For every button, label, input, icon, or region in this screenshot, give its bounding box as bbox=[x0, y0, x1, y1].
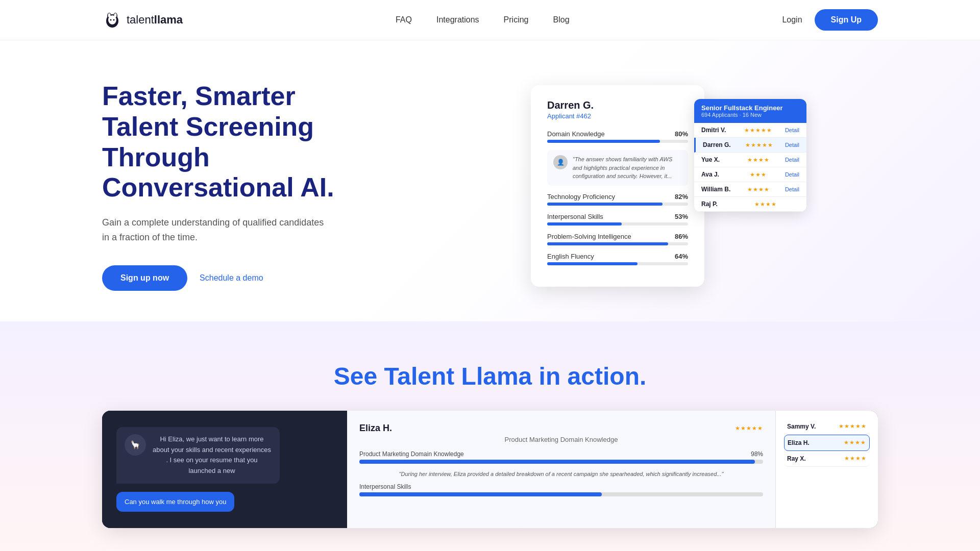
skill-problem: Problem-Solving Intelligence 86% bbox=[547, 233, 688, 245]
skill-english: English Fluency 64% bbox=[547, 253, 688, 265]
demo-profile-stars: ★★★★★ bbox=[735, 425, 763, 432]
nav-integrations[interactable]: Integrations bbox=[436, 15, 479, 24]
chat-question: Can you walk me through how you bbox=[116, 492, 234, 512]
candidate-card: Darren G. Applicant #462 Domain Knowledg… bbox=[531, 85, 704, 287]
signup-button[interactable]: Sign Up bbox=[815, 9, 878, 31]
quote-box: 👤 "The answer shows familiarity with AWS… bbox=[547, 150, 688, 186]
demo-list-item-sammy[interactable]: Sammy V. ★★★★★ bbox=[784, 419, 870, 435]
skill-bar-domain bbox=[547, 140, 660, 143]
demo-chat: 🦙 Hi Eliza, we just want to learn more a… bbox=[102, 411, 347, 528]
nav-faq[interactable]: FAQ bbox=[396, 15, 412, 24]
demo-skill-main: Product Marketing Domain Knowledge 98% bbox=[359, 450, 763, 464]
llama-icon bbox=[102, 10, 122, 30]
hero-title: Faster, Smarter Talent Screening Through… bbox=[102, 81, 357, 203]
hero-right: Darren G. Applicant #462 Domain Knowledg… bbox=[357, 84, 878, 288]
section2-title: See Talent Llama in action. bbox=[102, 362, 878, 390]
chat-bubble-text: Hi Eliza, we just want to learn more abo… bbox=[152, 434, 272, 477]
quote-text: "The answer shows familiarity with AWS a… bbox=[573, 155, 682, 181]
skill-bar-interpersonal bbox=[547, 222, 622, 226]
skill-interpersonal: Interpersonal Skills 53% bbox=[547, 213, 688, 226]
nav-links: FAQ Integrations Pricing Blog bbox=[396, 15, 570, 24]
nav-blog[interactable]: Blog bbox=[553, 15, 570, 24]
nav-pricing[interactable]: Pricing bbox=[504, 15, 529, 24]
login-button[interactable]: Login bbox=[782, 15, 802, 24]
hero-buttons: Sign up now Schedule a demo bbox=[102, 265, 357, 291]
skill-bar-tech bbox=[547, 203, 663, 206]
skill-bar-english bbox=[547, 262, 638, 265]
demo-list-item-ray[interactable]: Ray X. ★★★★ bbox=[784, 451, 870, 467]
signup-now-button[interactable]: Sign up now bbox=[102, 265, 187, 291]
demo-right: Eliza H. ★★★★★ Product Marketing Domain … bbox=[347, 411, 878, 528]
demo-profile: Eliza H. ★★★★★ Product Marketing Domain … bbox=[347, 411, 776, 528]
panel-count: 694 Applicants · 16 New bbox=[701, 112, 799, 118]
navbar: talentllama FAQ Integrations Pricing Blo… bbox=[0, 0, 980, 40]
demo-profile-name: Eliza H. bbox=[359, 423, 392, 434]
logo-text: talentllama bbox=[127, 13, 183, 27]
logo[interactable]: talentllama bbox=[102, 10, 183, 30]
demo-list-item-eliza[interactable]: Eliza H. ★★★★ bbox=[784, 435, 870, 451]
nav-actions: Login Sign Up bbox=[782, 9, 878, 31]
schedule-demo-button[interactable]: Schedule a demo bbox=[200, 273, 263, 283]
applicant-row-raj[interactable]: Raj P. ★★★★ bbox=[694, 197, 806, 212]
hero-section: Faster, Smarter Talent Screening Through… bbox=[0, 40, 980, 321]
hero-subtitle: Gain a complete understanding of qualifi… bbox=[102, 215, 357, 245]
applicant-row-yue[interactable]: Yue X. ★★★★ Detail bbox=[694, 153, 806, 167]
applicant-panel: Senior Fullstack Engineer 694 Applicants… bbox=[694, 99, 806, 212]
candidate-name: Darren G. bbox=[547, 99, 688, 111]
demo-quote: "During her interview, Eliza provided a … bbox=[359, 470, 763, 479]
svg-point-6 bbox=[110, 19, 112, 21]
panel-title: Senior Fullstack Engineer bbox=[701, 104, 799, 112]
demo-area: 🦙 Hi Eliza, we just want to learn more a… bbox=[102, 411, 878, 528]
quote-avatar: 👤 bbox=[553, 155, 568, 169]
demo-list: Sammy V. ★★★★★ Eliza H. ★★★★ Ray X. ★★★★ bbox=[776, 411, 878, 528]
applicant-row-dmitri[interactable]: Dmitri V. ★★★★★ Detail bbox=[694, 123, 806, 138]
hero-left: Faster, Smarter Talent Screening Through… bbox=[102, 81, 357, 291]
demo-skill-interpersonal: Interpersonal Skills bbox=[359, 483, 763, 496]
svg-point-7 bbox=[113, 19, 115, 21]
skill-bar-problem bbox=[547, 242, 668, 245]
skill-tech: Technology Proficiency 82% bbox=[547, 193, 688, 206]
chat-bubble-1: 🦙 Hi Eliza, we just want to learn more a… bbox=[116, 427, 280, 484]
panel-header: Senior Fullstack Engineer 694 Applicants… bbox=[694, 99, 806, 123]
demo-profile-role: Product Marketing Domain Knowledge bbox=[359, 436, 763, 443]
skill-domain: Domain Knowledge 80% bbox=[547, 130, 688, 143]
applicant-row-darren[interactable]: Darren G. ★★★★★ Detail bbox=[694, 138, 806, 153]
candidate-id: Applicant #462 bbox=[547, 112, 688, 120]
applicant-row-william[interactable]: William B. ★★★★ Detail bbox=[694, 182, 806, 197]
svg-point-5 bbox=[108, 15, 116, 24]
demo-skill-bar-main bbox=[359, 460, 755, 464]
applicant-row-ava[interactable]: Ava J. ★★★ Detail bbox=[694, 167, 806, 182]
section2: See Talent Llama in action. 🦙 Hi Eliza, … bbox=[0, 321, 980, 551]
demo-skill-bar-2 bbox=[359, 492, 602, 496]
chat-avatar: 🦙 bbox=[125, 434, 146, 456]
